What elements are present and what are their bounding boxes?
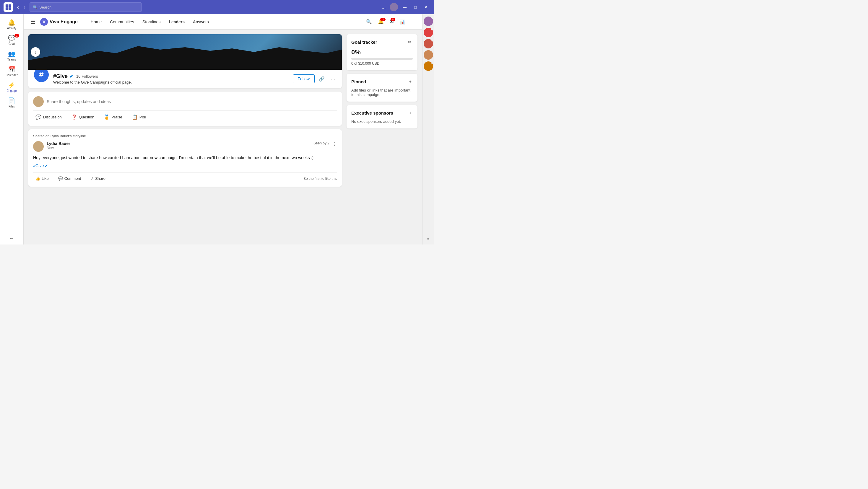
sidebar-item-label: Activity	[7, 27, 17, 30]
maximize-btn[interactable]: □	[411, 4, 420, 11]
discussion-label: Discussion	[43, 115, 62, 119]
back-btn[interactable]: ‹	[31, 47, 40, 57]
community-card: ‹ # #Give ✔ 10 Followers Welcome to t	[28, 34, 342, 88]
post-shared-label: Shared on Lydia Bauer's storyline	[33, 134, 337, 138]
community-description: Welcome to the Give Campaigns official p…	[53, 80, 289, 85]
rp-avatar-0[interactable]	[424, 17, 433, 26]
post-header: Lydia Bauer Now Seen by 2 ⋮	[33, 141, 337, 152]
praise-icon: 🏅	[104, 114, 110, 120]
sidebar-item-label: Engage	[6, 89, 17, 92]
question-label: Question	[79, 115, 94, 119]
sidebar-item-label: Calender	[6, 73, 18, 77]
minimize-btn[interactable]: —	[400, 4, 409, 11]
activity-icon: 🔔	[8, 19, 16, 26]
chat-badge: 1	[14, 34, 19, 37]
app-name: Viva Engage	[50, 19, 78, 25]
like-btn[interactable]: 👍 Like	[33, 175, 51, 182]
hamburger-btn[interactable]: ☰	[28, 18, 38, 26]
discussion-icon: 💬	[35, 114, 41, 120]
back-arrow-btn[interactable]: ‹	[16, 3, 21, 11]
post-time: Now	[47, 146, 311, 150]
follow-button[interactable]: Follow	[293, 74, 315, 83]
app-logo	[4, 2, 13, 12]
search-icon: 🔍	[33, 5, 37, 9]
post-menu-btn[interactable]: ⋮	[332, 141, 337, 147]
user-avatar[interactable]	[390, 3, 398, 11]
discussion-btn[interactable]: 💬 Discussion	[33, 113, 64, 121]
post-tag[interactable]: #Give ✔	[33, 163, 48, 169]
banner-silhouette	[28, 46, 342, 70]
search-bar[interactable]: 🔍 Search	[30, 2, 142, 12]
poll-btn[interactable]: 📋 Poll	[129, 113, 148, 121]
share-btn[interactable]: ↗ Share	[88, 175, 108, 182]
verified-icon: ✔	[69, 73, 73, 79]
sidebar-item-engage[interactable]: ⚡ Engage	[0, 79, 23, 95]
like-icon: 👍	[35, 176, 40, 181]
poll-icon: 📋	[132, 114, 138, 120]
pinned-header: Pinned +	[351, 78, 413, 85]
forward-arrow-btn[interactable]: ›	[22, 3, 27, 11]
community-name: #Give ✔ 10 Followers	[53, 73, 289, 79]
sidebar-item-files[interactable]: 📄 Files	[0, 95, 23, 110]
nav-communities[interactable]: Communities	[106, 18, 138, 26]
sidebar-more[interactable]: •••	[0, 234, 23, 242]
sidebar-item-calendar[interactable]: 📅 Calender	[0, 64, 23, 79]
content-area: ☰ V Viva Engage Home Communities Storyli…	[24, 14, 422, 244]
sidebar-item-chat[interactable]: 💬 Chat 1	[0, 32, 23, 48]
goal-tracker-card: Goal tracker ✏ 0% 0 of $10,000 USD	[346, 34, 417, 70]
rp-avatar-3[interactable]	[424, 50, 433, 60]
feed-column: ‹ # #Give ✔ 10 Followers Welcome to t	[28, 34, 342, 240]
post-card: Shared on Lydia Bauer's storyline Lydia …	[28, 129, 342, 187]
close-btn[interactable]: ✕	[421, 4, 430, 11]
collapse-btn[interactable]: «	[426, 235, 431, 242]
question-icon: ❓	[71, 114, 77, 120]
collapse-panel: «	[426, 235, 431, 242]
mail-btn[interactable]: ✉ 5	[387, 17, 396, 26]
pinned-add-btn[interactable]: +	[408, 78, 413, 85]
search-btn[interactable]: 🔍	[364, 17, 374, 26]
post-body: Hey everyone, just wanted to share how e…	[33, 155, 337, 169]
question-btn[interactable]: ❓ Question	[69, 113, 97, 121]
search-placeholder: Search	[39, 5, 52, 9]
post-text: Hey everyone, just wanted to share how e…	[33, 155, 337, 161]
nav-arrows: ‹ ›	[16, 3, 27, 11]
composer-card: 💬 Discussion ❓ Question 🏅 Praise 📋	[28, 92, 342, 126]
sidebar-item-activity[interactable]: 🔔 Activity	[0, 17, 23, 32]
community-info: # #Give ✔ 10 Followers Welcome to the Gi…	[28, 70, 342, 88]
rp-avatar-2[interactable]	[424, 39, 433, 48]
tag-verified-icon: ✔	[44, 163, 48, 169]
community-banner	[28, 34, 342, 70]
viva-engage-logo: V	[40, 18, 48, 26]
top-nav: ☰ V Viva Engage Home Communities Storyli…	[24, 14, 422, 30]
nav-answers[interactable]: Answers	[189, 18, 212, 26]
left-sidebar: 🔔 Activity 💬 Chat 1 👥 Teams 📅 Calender ⚡…	[0, 14, 24, 244]
more-community-btn[interactable]: ⋯	[329, 74, 337, 84]
exec-sponsors-description: No exec sponsors added yet.	[351, 119, 413, 124]
community-name-text: #Give	[53, 73, 68, 79]
more-options-btn[interactable]: ...	[409, 18, 417, 26]
sidebar-item-label: Teams	[7, 58, 16, 61]
composer-input[interactable]	[47, 99, 337, 104]
praise-btn[interactable]: 🏅 Praise	[101, 113, 125, 121]
notifications-btn[interactable]: 🔔 12	[375, 17, 386, 26]
title-bar-actions: ... — □ ✕	[379, 3, 430, 11]
more-btn[interactable]: ...	[379, 3, 388, 11]
chart-btn[interactable]: 📊	[397, 17, 408, 26]
share-icon: ↗	[90, 176, 94, 181]
right-column: Goal tracker ✏ 0% 0 of $10,000 USD	[346, 34, 417, 240]
nav-home[interactable]: Home	[87, 18, 105, 26]
sidebar-item-teams[interactable]: 👥 Teams	[0, 48, 23, 64]
goal-edit-btn[interactable]: ✏	[407, 39, 413, 45]
rp-avatar-1[interactable]	[424, 28, 433, 37]
exec-sponsors-add-btn[interactable]: +	[408, 110, 413, 116]
community-details: #Give ✔ 10 Followers Welcome to the Give…	[53, 73, 289, 85]
goal-tracker-title: Goal tracker	[351, 39, 377, 44]
comment-btn[interactable]: 💬 Comment	[56, 175, 83, 182]
nav-leaders[interactable]: Leaders	[165, 18, 188, 26]
link-btn[interactable]: 🔗	[317, 74, 327, 84]
nav-storylines[interactable]: Storylines	[139, 18, 164, 26]
goal-percentage: 0%	[351, 48, 413, 56]
share-label: Share	[95, 176, 105, 181]
rp-avatar-4[interactable]	[424, 61, 433, 71]
post-actions: 👍 Like 💬 Comment ↗ Share Be the first to…	[33, 172, 337, 182]
